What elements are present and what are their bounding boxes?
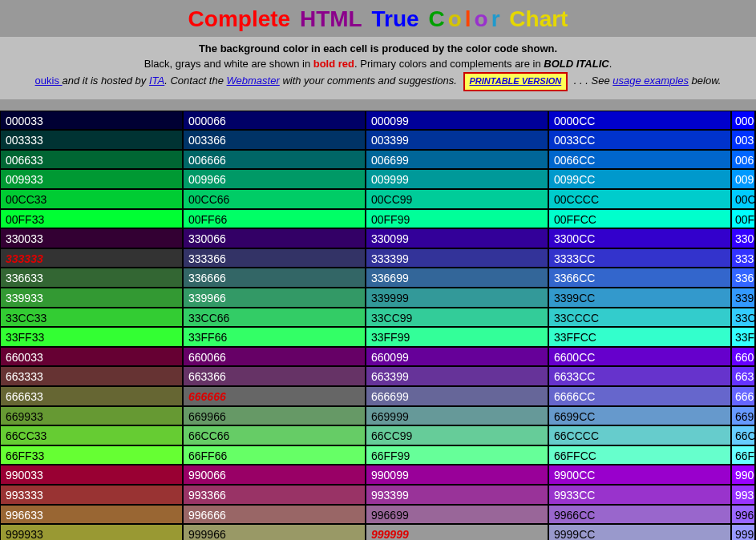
color-cell: 663366 [183, 366, 366, 386]
color-cell: 000066 [183, 111, 366, 131]
color-cell: 996633 [0, 505, 183, 525]
color-cell: 333399 [366, 248, 548, 268]
color-cell: 990099 [366, 465, 548, 485]
color-cell: 9999CC [548, 524, 731, 540]
color-cell: 3399CC [548, 288, 731, 308]
color-cell: 66FF33 [0, 445, 183, 465]
color-cell: 0066FF [731, 150, 755, 170]
color-cell: 336633 [0, 268, 183, 288]
color-cell: 003333 [0, 130, 183, 150]
color-cell: 336666 [183, 268, 366, 288]
link-usage[interactable]: usage examples [612, 75, 689, 87]
link-ita[interactable]: ITA [149, 75, 164, 87]
table-row: 0000330000660000990000CC0000FF [0, 111, 756, 131]
table-row: 3333333333663333993333CC3333FF [0, 248, 756, 268]
color-cell: 66CCFF [731, 425, 755, 445]
bold-italic: BOLD ITALIC [544, 58, 608, 70]
color-cell: 00CC66 [183, 189, 366, 209]
color-cell: 0033CC [548, 130, 731, 150]
color-cell: 666633 [0, 386, 183, 406]
color-cell: 999999 [366, 524, 548, 540]
table-row: 0066330066660066990066CC0066FF [0, 150, 756, 170]
table-row: 3366333366663366993366CC3366FF [0, 268, 756, 288]
color-chart: 0000330000660000990000CC0000FF0033330033… [0, 111, 756, 540]
color-cell: 6699CC [548, 406, 731, 426]
table-row: 6600336600666600996600CC6600FF [0, 347, 756, 367]
color-cell: 006633 [0, 150, 183, 170]
color-cell: 003366 [183, 130, 366, 150]
table-row: 66FF3366FF6666FF9966FFCC66FFFF [0, 445, 756, 465]
table-row: 00FF3300FF6600FF9900FFCC00FFFF [0, 209, 756, 229]
table-row: 9999339999669999999999CC9999FF [0, 524, 756, 540]
color-cell: 333333 [0, 248, 183, 268]
color-cell: 339999 [366, 288, 548, 308]
link-oukis[interactable]: oukis [35, 75, 63, 87]
color-cell: 66CC33 [0, 425, 183, 445]
color-cell: 339933 [0, 288, 183, 308]
color-cell: 660099 [366, 347, 548, 367]
color-cell: 9900FF [731, 465, 755, 485]
color-cell: 6633CC [548, 366, 731, 386]
color-cell: 0033FF [731, 130, 755, 150]
color-cell: 00CCFF [731, 189, 755, 209]
color-cell: 336699 [366, 268, 548, 288]
color-cell: 66FF66 [183, 445, 366, 465]
color-cell: 663399 [366, 366, 548, 386]
table-row: 0033330033660033990033CC0033FF [0, 130, 756, 150]
color-cell: 009966 [183, 169, 366, 189]
color-cell: 6699FF [731, 406, 755, 426]
color-cell: 33CC99 [366, 308, 548, 328]
color-cell: 33CC66 [183, 308, 366, 328]
color-cell: 330066 [183, 228, 366, 248]
color-cell: 993333 [0, 485, 183, 505]
color-cell: 00CC33 [0, 189, 183, 209]
table-row: 00CC3300CC6600CC9900CCCC00CCFF [0, 189, 756, 209]
table-row: 6666336666666666996666CC6666FF [0, 386, 756, 406]
color-cell: 0000FF [731, 111, 755, 131]
intro-block: The background color in each cell is pro… [0, 37, 756, 99]
color-cell: 6600FF [731, 347, 755, 367]
color-cell: 6633FF [731, 366, 755, 386]
link-webmaster[interactable]: Webmaster [227, 75, 280, 87]
color-cell: 00FF33 [0, 209, 183, 229]
color-cell: 003399 [366, 130, 548, 150]
color-cell: 3399FF [731, 288, 755, 308]
table-row: 6699336699666699996699CC6699FF [0, 406, 756, 426]
table-row: 3300333300663300993300CC3300FF [0, 228, 756, 248]
color-cell: 66FFCC [548, 445, 731, 465]
color-cell: 0000CC [548, 111, 731, 131]
color-cell: 33CCCC [548, 308, 731, 328]
color-cell: 66CC99 [366, 425, 548, 445]
color-cell: 669966 [183, 406, 366, 426]
color-cell: 00CCCC [548, 189, 731, 209]
color-cell: 330099 [366, 228, 548, 248]
color-cell: 66CC66 [183, 425, 366, 445]
table-row: 0099330099660099990099CC0099FF [0, 169, 756, 189]
color-cell: 006699 [366, 150, 548, 170]
color-cell: 0066CC [548, 150, 731, 170]
printable-version-button[interactable]: PRINTABLE VERSION [463, 72, 568, 91]
color-cell: 9999FF [731, 524, 755, 540]
table-row: 9900339900669900999900CC9900FF [0, 465, 756, 485]
color-cell: 993399 [366, 485, 548, 505]
color-cell: 33FFFF [731, 327, 755, 347]
color-cell: 3300CC [548, 228, 731, 248]
color-cell: 6600CC [548, 347, 731, 367]
color-cell: 660033 [0, 347, 183, 367]
color-cell: 009999 [366, 169, 548, 189]
color-cell: 990066 [183, 465, 366, 485]
color-cell: 666699 [366, 386, 548, 406]
color-cell: 9966FF [731, 505, 755, 525]
color-cell: 33CCFF [731, 308, 755, 328]
color-cell: 990033 [0, 465, 183, 485]
table-row: 66CC3366CC6666CC9966CCCC66CCFF [0, 425, 756, 445]
color-cell: 6666CC [548, 386, 731, 406]
color-cell: 669933 [0, 406, 183, 426]
color-cell: 000099 [366, 111, 548, 131]
color-cell: 9966CC [548, 505, 731, 525]
color-cell: 00FFFF [731, 209, 755, 229]
color-cell: 999933 [0, 524, 183, 540]
color-cell: 3333FF [731, 248, 755, 268]
color-cell: 0099FF [731, 169, 755, 189]
intro-line1: The background color in each cell is pro… [199, 42, 557, 54]
